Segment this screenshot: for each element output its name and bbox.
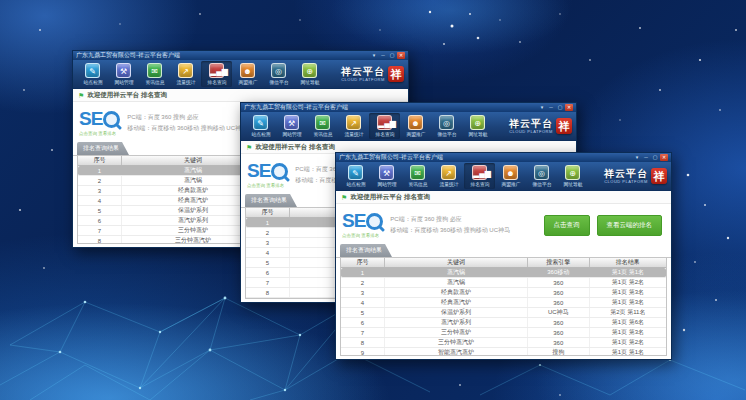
toolbar-button[interactable]: ▂▄▆ 排名查询	[464, 163, 495, 189]
rank-table: 序号关键词搜索引擎排名结果 1蒸汽锅360移动第1页 第1名 2蒸汽锅360第1…	[340, 258, 667, 356]
toolbar-items: ✎ 站点检测 ⚒ 网站管理 ✉ 资讯信息 ↗ 流量统计 ▂▄▆ 排名查询 ☻ 商…	[77, 61, 325, 87]
toolbar-button[interactable]: ⚒ 网站管理	[371, 163, 402, 189]
toolbar-button[interactable]: ↗ 流量统计	[433, 163, 464, 189]
toolbar-button[interactable]: ✎ 站点检测	[245, 113, 276, 139]
table-row[interactable]: 3经典款蒸炉360第1页 第3名	[341, 288, 666, 298]
site-check-icon: ✎	[348, 165, 363, 180]
seo-logo: SE 点击查询 查看排名	[79, 110, 120, 136]
toolbar-button-label: 网站管理	[282, 131, 301, 137]
table-row[interactable]: 6蒸汽炉系列360第1页 第6名	[341, 318, 666, 328]
maximize-button[interactable]: ▢	[388, 52, 396, 59]
brand-name: 祥云平台	[604, 169, 648, 179]
magnifier-icon	[271, 163, 288, 180]
brand-subtitle: CLOUD PLATFORM	[341, 77, 385, 82]
close-button[interactable]: ✕	[397, 52, 405, 59]
keyword-cell: 蒸汽锅	[385, 268, 528, 277]
table-header: 序号关键词搜索引擎排名结果	[341, 258, 666, 268]
table-row[interactable]: 7三分钟蒸炉360第1页 第3名	[341, 328, 666, 338]
toolbar-button[interactable]: ✉ 资讯信息	[402, 163, 433, 189]
toolbar-button[interactable]: ⚒ 网站管理	[276, 113, 307, 139]
brand-seal-icon: 祥	[388, 66, 404, 82]
toolbar-button[interactable]: ⚒ 网站管理	[108, 61, 139, 87]
toolbar-button-label: 站点检测	[83, 79, 102, 85]
toolbar-button[interactable]: ▂▄▆ 排名查询	[369, 113, 400, 139]
toolbar-button[interactable]: ⊕ 网址导航	[462, 113, 493, 139]
row-number-cell: 8	[246, 288, 290, 297]
column-header: 搜索引擎	[528, 258, 590, 267]
brand-logo: 祥云平台 CLOUD PLATFORM 祥	[604, 163, 667, 189]
toolbar-button[interactable]: ☻ 商盟推广	[232, 61, 263, 87]
seo-letters: SE	[342, 212, 365, 230]
toolbar-button[interactable]: ✉ 资讯信息	[307, 113, 338, 139]
welcome-bar: ⚑ 欢迎使用祥云平台 排名查询	[336, 191, 671, 204]
toolbar-button-label: 商盟推广	[501, 181, 520, 187]
brand-text: 祥云平台 CLOUD PLATFORM	[509, 119, 553, 134]
table-row[interactable]: 8三分钟蒸汽炉360第1页 第2名	[341, 338, 666, 348]
toolbar-button[interactable]: ✎ 站点检测	[340, 163, 371, 189]
window-titlebar[interactable]: 广东九鼎工贸有限公司-祥云平台客户端 ▾ ─ ▢ ✕	[336, 153, 671, 162]
row-number-cell: 2	[246, 228, 290, 237]
table-row[interactable]: 9智能蒸汽蒸炉搜狗第1页 第1名	[341, 348, 666, 356]
keyword-cell: 三分钟蒸汽炉	[385, 338, 528, 347]
pin-button[interactable]: ▾	[370, 52, 378, 59]
row-number-cell: 3	[78, 186, 122, 195]
tab-rank-results[interactable]: 排名查询结果	[245, 194, 297, 207]
news-info-icon: ✉	[315, 115, 330, 130]
site-manage-icon: ⚒	[379, 165, 394, 180]
engine-cell: 360	[528, 288, 590, 297]
maximize-button[interactable]: ▢	[651, 154, 659, 161]
close-button[interactable]: ✕	[660, 154, 668, 161]
column-header: 序号	[341, 258, 385, 267]
window-controls: ▾ ─ ▢ ✕	[537, 104, 573, 111]
main-toolbar: ✎ 站点检测 ⚒ 网站管理 ✉ 资讯信息 ↗ 流量统计 ▂▄▆ 排名查询 ☻ 商…	[73, 60, 408, 88]
close-button[interactable]: ✕	[565, 104, 573, 111]
toolbar-button[interactable]: ☻ 商盟推广	[495, 163, 526, 189]
window-content: ⚑ 欢迎使用祥云平台 排名查询 SE 点击查询 查看排名 PC端：百度 360 …	[336, 190, 671, 359]
table-row[interactable]: 5保温炉系列UC神马第2页 第11名	[341, 308, 666, 318]
minimize-button[interactable]: ─	[379, 52, 387, 59]
table-row[interactable]: 1蒸汽锅360移动第1页 第1名	[341, 268, 666, 278]
toolbar-button[interactable]: ⊕ 网址导航	[557, 163, 588, 189]
minimize-button[interactable]: ─	[547, 104, 555, 111]
toolbar-button[interactable]: ◎ 微信平台	[263, 61, 294, 87]
cloud-rank-button[interactable]: 查看云端的排名	[597, 215, 663, 236]
toolbar-button[interactable]: ◎ 微信平台	[431, 113, 462, 139]
toolbar-button[interactable]: ☻ 商盟推广	[400, 113, 431, 139]
toolbar-button-label: 流量统计	[344, 131, 363, 137]
query-panel: SE 点击查询 查看排名 PC端：百度 360 搜狗 必应 移动端：百度移动 3…	[336, 204, 671, 244]
desktop: 广东九鼎工贸有限公司-祥云平台客户端 ▾ ─ ▢ ✕ ✎ 站点检测 ⚒ 网站管理…	[0, 0, 746, 400]
maximize-button[interactable]: ▢	[556, 104, 564, 111]
table-row[interactable]: 4经典蒸汽炉360第1页 第3名	[341, 298, 666, 308]
welcome-text: 欢迎使用祥云平台 排名查询	[255, 143, 335, 152]
engine-cell: 360	[528, 318, 590, 327]
toolbar-button[interactable]: ◎ 微信平台	[526, 163, 557, 189]
url-nav-icon: ⊕	[565, 165, 580, 180]
action-buttons: 点击查询 查看云端的排名	[537, 215, 666, 236]
tab-rank-results[interactable]: 排名查询结果	[340, 244, 392, 257]
table-row[interactable]: 2蒸汽锅360第1页 第2名	[341, 278, 666, 288]
keyword-cell: 保温炉系列	[385, 308, 528, 317]
toolbar-button-label: 资讯信息	[145, 79, 164, 85]
toolbar-button-label: 资讯信息	[313, 131, 332, 137]
toolbar-button[interactable]: ✎ 站点检测	[77, 61, 108, 87]
toolbar-button[interactable]: ⊕ 网址导航	[294, 61, 325, 87]
row-number-cell: 3	[246, 238, 290, 247]
pin-button[interactable]: ▾	[538, 104, 546, 111]
toolbar-button[interactable]: ✉ 资讯信息	[139, 61, 170, 87]
tab-rank-results[interactable]: 排名查询结果	[77, 142, 129, 155]
engine-cell: 360	[528, 278, 590, 287]
row-number-cell: 6	[78, 216, 122, 225]
toolbar-button[interactable]: ↗ 流量统计	[338, 113, 369, 139]
engine-list: PC端：百度 360 搜狗 必应 移动端：百度移动 360移动 搜狗移动 UC神…	[390, 214, 510, 236]
row-number-cell: 8	[341, 338, 385, 347]
toolbar-button-label: 网址导航	[563, 181, 582, 187]
pin-button[interactable]: ▾	[633, 154, 641, 161]
window-controls: ▾ ─ ▢ ✕	[632, 154, 668, 161]
minimize-button[interactable]: ─	[642, 154, 650, 161]
toolbar-button[interactable]: ↗ 流量统计	[170, 61, 201, 87]
flag-icon: ⚑	[246, 144, 252, 151]
toolbar-button[interactable]: ▂▄▆ 排名查询	[201, 61, 232, 87]
query-button[interactable]: 点击查询	[544, 215, 590, 236]
window-titlebar[interactable]: 广东九鼎工贸有限公司-祥云平台客户端 ▾ ─ ▢ ✕	[73, 51, 408, 60]
window-titlebar[interactable]: 广东九鼎工贸有限公司-祥云平台客户端 ▾ ─ ▢ ✕	[241, 103, 576, 112]
